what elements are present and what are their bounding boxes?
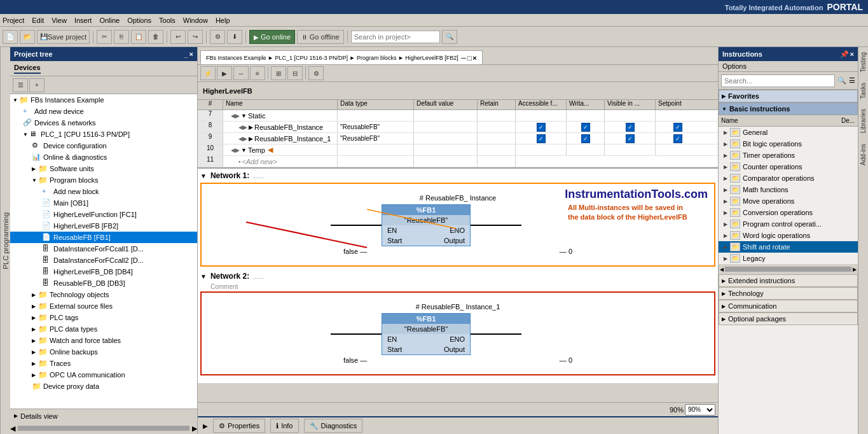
tree-close-btn[interactable]: ×: [189, 50, 193, 58]
tree-content[interactable]: ▼ 📁 FBs Instances Example + Add new devi…: [10, 94, 197, 409]
menu-project[interactable]: Project: [3, 17, 24, 24]
row9-set-check[interactable]: ✓: [673, 134, 682, 143]
row8-vis-check[interactable]: ✓: [626, 123, 635, 132]
libraries-tab[interactable]: Libraries: [858, 104, 868, 138]
plc-programming-tab[interactable]: PLC programming: [0, 47, 10, 434]
fb-toolbar-btn5[interactable]: ⊞: [271, 66, 286, 80]
save-btn[interactable]: 💾 Save project: [37, 30, 90, 44]
table-row[interactable]: 8 ◀▶ ▶ ReusableFB_Instance "ReusableFB" …: [198, 122, 718, 133]
menu-tools[interactable]: Tools: [159, 17, 176, 24]
menu-insert[interactable]: Insert: [74, 17, 92, 24]
tree-view-btn[interactable]: ☰: [13, 78, 28, 92]
network1-collapse[interactable]: ▼: [200, 172, 207, 179]
zoom-control[interactable]: 90% 90% 100% 75%: [670, 404, 715, 416]
tree-item-reusable-fb[interactable]: 📄 ReusableFB [FB1]: [10, 232, 197, 243]
devices-tab[interactable]: Devices: [14, 64, 41, 74]
network2-fb-block[interactable]: %FB1 "ReusableFB" EN ENO Start Output: [382, 313, 471, 355]
optional-packages-section[interactable]: ▶ Optional packages: [719, 312, 858, 325]
testing-tab[interactable]: Testing: [858, 47, 868, 78]
info-tab[interactable]: ℹ Info: [270, 419, 298, 433]
go-offline-btn[interactable]: ⏸ Go offline: [297, 30, 344, 44]
tab-close[interactable]: ×: [472, 54, 476, 62]
tree-item-higherlevel-fc[interactable]: 📄 HigherLevelFunction [FC1]: [10, 209, 197, 220]
copy-btn[interactable]: ⎘: [114, 30, 129, 44]
compile-btn[interactable]: ⚙: [210, 30, 225, 44]
row9-vis-check[interactable]: ✓: [626, 134, 635, 143]
tree-item-watch-force[interactable]: ▶ 📁 Watch and force tables: [10, 335, 197, 346]
instr-view-btn[interactable]: ☰: [849, 76, 855, 85]
table-row[interactable]: 9 ◀▶ ▶ ReusableFB_Instance_1 "ReusableFB…: [198, 133, 718, 144]
extended-instructions-section[interactable]: ▶ Extended instructions: [719, 274, 858, 287]
tree-item-device-proxy[interactable]: 📁 Device proxy data: [10, 381, 197, 392]
delete-btn[interactable]: 🗑: [148, 30, 163, 44]
instr-close-btn[interactable]: ×: [850, 50, 854, 59]
tree-item-higherlevel-db[interactable]: 🗄 HigherLevelFB_DB [DB4]: [10, 266, 197, 277]
paste-btn[interactable]: 📋: [131, 30, 146, 44]
undo-btn[interactable]: ↩: [170, 30, 186, 44]
instr-general[interactable]: ▶ 📁 General: [719, 127, 858, 138]
instr-prog-control[interactable]: ▶ 📁 Program control operati...: [719, 218, 858, 230]
tree-item-technology[interactable]: ▶ 📁 Technology objects: [10, 289, 197, 300]
menu-options[interactable]: Options: [127, 17, 151, 24]
editor-scroll-area[interactable]: # Name Data type Default value Retain Ac…: [198, 100, 718, 402]
table-row[interactable]: 10 ◀▶ ▼ Temp ◀: [198, 144, 718, 156]
tree-item-plc1[interactable]: ▼ 🖥 PLC_1 [CPU 1516-3 PN/DP]: [10, 129, 197, 140]
basic-instructions-section[interactable]: ▼ Basic instructions: [719, 102, 858, 115]
instr-bit-logic[interactable]: ▶ 📁 Bit logic operations: [719, 138, 858, 150]
tree-item-reusable-db[interactable]: 🗄 ReusableFB_DB [DB3]: [10, 277, 197, 289]
table-row[interactable]: 7 ◀▶ ▼ Static: [198, 110, 718, 122]
tree-item-higherlevel-fb[interactable]: 📄 HigherLevelFB [FB2]: [10, 220, 197, 232]
fb-compile-btn[interactable]: ⚙: [308, 66, 324, 80]
tree-item-main-ob1[interactable]: 📄 Main [OB1]: [10, 197, 197, 209]
menu-help[interactable]: Help: [216, 17, 230, 24]
diagnostics-tab[interactable]: 🔧 Diagnostics: [304, 419, 363, 433]
bottom-arrow[interactable]: ▶: [203, 423, 208, 430]
instr-scroll-track[interactable]: [725, 267, 851, 272]
tree-item-device-config[interactable]: ⚙ Device configuration: [10, 140, 197, 151]
tree-item-traces[interactable]: ▶ 📁 Traces: [10, 358, 197, 369]
tree-item-fbs-root[interactable]: ▼ 📁 FBs Instances Example: [10, 94, 197, 106]
tree-item-software-units[interactable]: ▶ 📁 Software units: [10, 163, 197, 174]
instr-word-logic[interactable]: ▶ 📁 Word logic operations: [719, 230, 858, 241]
new-btn[interactable]: 📄: [3, 30, 18, 44]
instructions-search-input[interactable]: [721, 74, 835, 87]
tab-maximize[interactable]: □: [467, 54, 472, 62]
instr-shift-rotate[interactable]: ▶ 📁 Shift and rotate: [719, 241, 858, 253]
tree-item-devices-networks[interactable]: 🔗 Devices & networks: [10, 117, 197, 129]
fb-toolbar-btn3[interactable]: ↔: [233, 66, 249, 80]
menu-online[interactable]: Online: [99, 17, 120, 24]
row9-writ-check[interactable]: ✓: [581, 134, 590, 143]
tab-minimize[interactable]: ─: [461, 54, 466, 62]
go-online-btn[interactable]: ▶ Go online: [249, 30, 295, 44]
instr-counter[interactable]: ▶ 📁 Counter operations: [719, 161, 858, 172]
instr-timer[interactable]: ▶ 📁 Timer operations: [719, 150, 858, 161]
zoom-select[interactable]: 90% 100% 75%: [685, 404, 715, 416]
instr-legacy[interactable]: ▶ 📁 Legacy: [719, 253, 858, 264]
row8-writ-check[interactable]: ✓: [581, 123, 590, 132]
tree-item-add-device[interactable]: + Add new device: [10, 106, 197, 117]
instr-pin-btn[interactable]: 📌: [840, 50, 849, 59]
menu-view[interactable]: View: [52, 17, 67, 24]
tree-item-opc-ua[interactable]: ▶ 📁 OPC UA communication: [10, 369, 197, 381]
fb-toolbar-btn6[interactable]: ⊟: [287, 66, 303, 80]
instr-move[interactable]: ▶ 📁 Move operations: [719, 195, 858, 207]
tasks-tab[interactable]: Tasks: [858, 78, 868, 104]
tree-item-datainstance1[interactable]: 🗄 DataInstanceForFCcall1 [D...: [10, 243, 197, 255]
add-ins-tab[interactable]: Add-ins: [858, 139, 868, 171]
cut-btn[interactable]: ✂: [97, 30, 112, 44]
tree-item-plc-tags[interactable]: ▶ 📁 PLC tags: [10, 312, 197, 323]
instr-conversion[interactable]: ▶ 📁 Conversion operations: [719, 207, 858, 218]
tree-item-add-block[interactable]: + Add new block: [10, 186, 197, 197]
instr-scroll-left[interactable]: ◀: [720, 267, 724, 272]
tree-scroll-right[interactable]: ▶: [192, 424, 197, 433]
tree-new-btn[interactable]: +: [29, 78, 45, 92]
instr-scroll-right[interactable]: ▶: [853, 267, 857, 272]
tree-item-external[interactable]: ▶ 📁 External source files: [10, 300, 197, 312]
download-btn[interactable]: ⬇: [227, 30, 242, 44]
tree-item-online-diag[interactable]: 📊 Online & diagnostics: [10, 151, 197, 163]
redo-btn[interactable]: ↪: [188, 30, 203, 44]
menu-edit[interactable]: Edit: [32, 17, 44, 24]
network1-fb-block[interactable]: %FB1 "ReusableFB" EN ENO Start Output: [382, 204, 471, 246]
communication-section[interactable]: ▶ Communication: [719, 300, 858, 312]
fb-toolbar-btn1[interactable]: ⚡: [200, 66, 216, 80]
